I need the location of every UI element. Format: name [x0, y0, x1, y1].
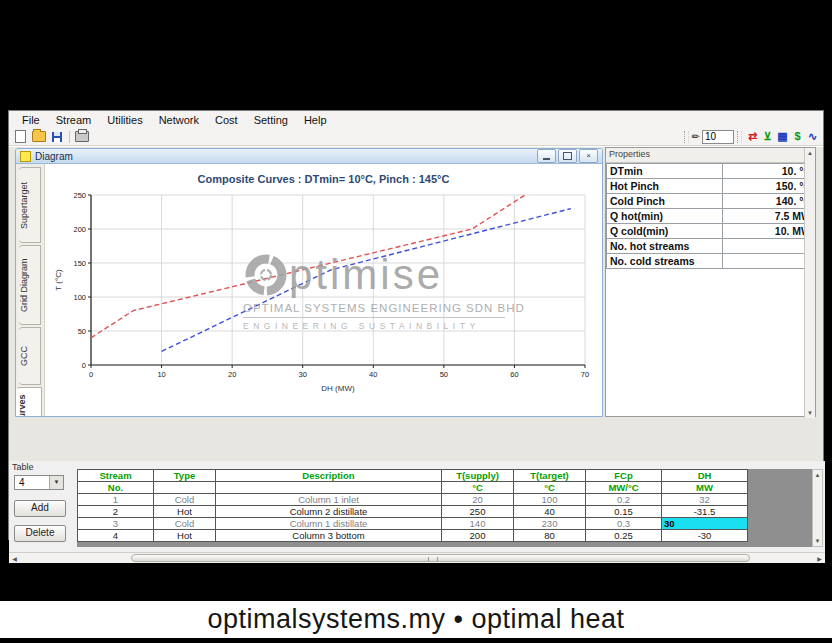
- stream-count-value: 4: [15, 476, 49, 489]
- scroll-down-icon[interactable]: ▼: [815, 536, 821, 546]
- pinch-icon[interactable]: ⊻: [760, 131, 775, 142]
- new-file-button[interactable]: [12, 130, 29, 144]
- menu-network[interactable]: Network: [152, 113, 206, 127]
- cell-dh[interactable]: 32: [662, 494, 748, 506]
- caption-text: optimalsystems.my • optimal heat: [207, 604, 624, 635]
- cell-t-target[interactable]: 40: [514, 506, 586, 518]
- cell-description[interactable]: Column 1 inlet: [216, 494, 442, 506]
- scrollbar-track[interactable]: [20, 554, 814, 562]
- scroll-right-icon[interactable]: ▶: [814, 555, 825, 562]
- plot-icon[interactable]: ∿: [805, 131, 820, 142]
- client-area: Diagram × Supertarget Grid Diagram GCC C…: [9, 146, 823, 522]
- add-button[interactable]: Add: [14, 500, 66, 517]
- retarget-icon[interactable]: ⇄: [745, 131, 760, 142]
- svg-text:150: 150: [73, 259, 86, 268]
- cell-description[interactable]: Column 3 bottom: [216, 530, 442, 542]
- cell-description[interactable]: Column 1 distillate: [216, 518, 442, 530]
- menu-stream[interactable]: Stream: [49, 113, 98, 127]
- scroll-up-icon[interactable]: ▲: [815, 470, 821, 480]
- col-unit: [154, 482, 216, 494]
- table-row: 1 Cold Column 1 inlet 20 100 0.2 32: [78, 494, 748, 506]
- table-row: 2 Hot Column 2 distillate 250 40 0.15 -3…: [78, 506, 748, 518]
- svg-text:DH (MW): DH (MW): [321, 384, 355, 393]
- tab-gcc[interactable]: GCC: [19, 327, 41, 385]
- caption-band: optimalsystems.my • optimal heat: [0, 601, 832, 638]
- new-file-icon: [15, 130, 26, 143]
- property-value: 150. °C: [723, 179, 815, 194]
- col-header: Description: [216, 470, 442, 482]
- col-unit: MW/°C: [586, 482, 662, 494]
- cell-type[interactable]: Hot: [154, 506, 216, 518]
- stream-count-dropdown[interactable]: 4 ▼: [14, 475, 64, 490]
- property-value: 2: [723, 254, 815, 269]
- property-row: Cold Pinch140. °C: [607, 194, 815, 209]
- col-unit: No.: [78, 482, 154, 494]
- cell-fcp[interactable]: 0.2: [586, 494, 662, 506]
- dtmin-input[interactable]: [702, 130, 734, 144]
- tab-composite-curves[interactable]: Composite Curves: [16, 387, 42, 417]
- delete-button[interactable]: Delete: [14, 525, 66, 542]
- cell-fcp[interactable]: 0.3: [586, 518, 662, 530]
- close-icon: ×: [586, 152, 591, 160]
- scroll-left-icon[interactable]: ◀: [9, 555, 20, 562]
- cell-no[interactable]: 4: [78, 530, 154, 542]
- cost-icon[interactable]: $: [790, 131, 805, 142]
- composite-chart-svg: 010203040506070050100150200250DH (MW)T (…: [51, 187, 599, 399]
- svg-text:20: 20: [228, 370, 236, 379]
- print-button[interactable]: [73, 130, 90, 144]
- tab-supertarget[interactable]: Supertarget: [19, 167, 41, 243]
- property-value: 10. °C: [723, 164, 815, 179]
- cell-t-target[interactable]: 230: [514, 518, 586, 530]
- scroll-down-icon[interactable]: ▼: [807, 408, 813, 418]
- property-label: Q hot(min): [607, 209, 723, 224]
- diagram-titlebar[interactable]: Diagram ×: [16, 149, 602, 164]
- menu-file[interactable]: File: [15, 113, 47, 127]
- cell-t-target[interactable]: 100: [514, 494, 586, 506]
- cell-t-supply[interactable]: 20: [442, 494, 514, 506]
- menu-help[interactable]: Help: [297, 113, 334, 127]
- maximize-button[interactable]: [558, 149, 577, 163]
- horizontal-scrollbar[interactable]: ◀ ▶: [9, 552, 825, 563]
- cell-t-target[interactable]: 80: [514, 530, 586, 542]
- save-button[interactable]: [48, 130, 65, 144]
- grid-diagram-icon[interactable]: ▦: [775, 131, 790, 142]
- svg-text:50: 50: [440, 370, 448, 379]
- cell-no[interactable]: 2: [78, 506, 154, 518]
- property-label: Cold Pinch: [607, 194, 723, 209]
- cell-no[interactable]: 3: [78, 518, 154, 530]
- chevron-down-icon[interactable]: ▼: [49, 476, 63, 489]
- page: File Stream Utilities Network Cost Setti…: [0, 0, 832, 643]
- menu-cost[interactable]: Cost: [208, 113, 245, 127]
- cell-type[interactable]: Hot: [154, 530, 216, 542]
- toolbar: ✏ ⇄ ⊻ ▦ $ ∿: [9, 128, 823, 146]
- scroll-up-icon[interactable]: ▲: [807, 148, 813, 158]
- table-scrollbar[interactable]: ▲ ▼: [812, 469, 823, 547]
- cell-fcp[interactable]: 0.15: [586, 506, 662, 518]
- cell-dh[interactable]: -31.5: [662, 506, 748, 518]
- menu-utilities[interactable]: Utilities: [100, 113, 149, 127]
- menu-setting[interactable]: Setting: [247, 113, 295, 127]
- cell-no[interactable]: 1: [78, 494, 154, 506]
- col-header: T(target): [514, 470, 586, 482]
- chart-title: Composite Curves : DTmin= 10°C, Pinch : …: [45, 173, 602, 185]
- table-row: 4 Hot Column 3 bottom 200 80 0.25 -30: [78, 530, 748, 542]
- property-value: 2: [723, 239, 815, 254]
- cell-type[interactable]: Cold: [154, 494, 216, 506]
- cell-description[interactable]: Column 2 distillate: [216, 506, 442, 518]
- minimize-button[interactable]: [537, 149, 556, 163]
- cell-t-supply[interactable]: 200: [442, 530, 514, 542]
- properties-scrollbar[interactable]: ▲ ▼: [804, 148, 815, 418]
- svg-text:70: 70: [581, 370, 589, 379]
- svg-text:0: 0: [89, 370, 93, 379]
- cell-type[interactable]: Cold: [154, 518, 216, 530]
- cell-dh[interactable]: -30: [662, 530, 748, 542]
- cell-fcp[interactable]: 0.25: [586, 530, 662, 542]
- scrollbar-thumb[interactable]: [131, 554, 750, 562]
- tab-grid-diagram[interactable]: Grid Diagram: [19, 245, 41, 325]
- cell-t-supply[interactable]: 250: [442, 506, 514, 518]
- cell-t-supply[interactable]: 140: [442, 518, 514, 530]
- property-row: Q cold(min)10. MW: [607, 224, 815, 239]
- cell-dh-editing[interactable]: 30: [662, 518, 748, 530]
- open-button[interactable]: [30, 130, 47, 144]
- close-button[interactable]: ×: [579, 149, 598, 163]
